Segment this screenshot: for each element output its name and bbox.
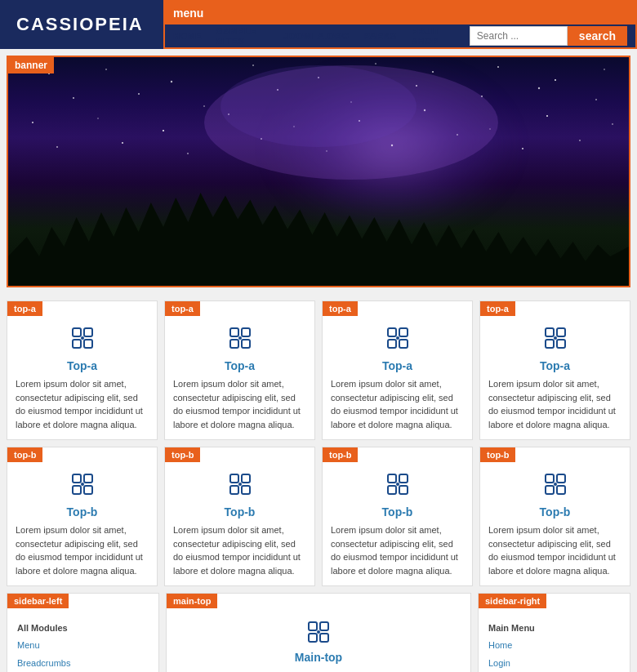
top-a-card-4: top-a Top-a Lorem ipsum dolor sit amet, … <box>479 300 630 440</box>
svg-rect-47 <box>230 340 238 348</box>
top-a-row: top-a Top-a Lorem ipsum dolor sit amet, … <box>7 300 630 440</box>
bottom-row: sidebar-left All Modules Menu Breadcrumb… <box>7 593 630 672</box>
sidebar-right-link-home[interactable]: Home <box>488 636 620 654</box>
svg-rect-63 <box>84 486 92 494</box>
top-a-card-3: top-a Top-a Lorem ipsum dolor sit amet, … <box>322 300 473 440</box>
svg-rect-46 <box>242 328 250 336</box>
search-input[interactable] <box>470 26 568 46</box>
svg-point-12 <box>203 105 204 106</box>
top-a-title-2: Top-a <box>165 359 314 377</box>
svg-point-79 <box>554 483 557 486</box>
top-b-card-2: top-b Top-b Lorem ipsum dolor sit amet, … <box>164 447 315 586</box>
svg-point-18 <box>595 99 597 100</box>
svg-point-44 <box>81 336 84 340</box>
svg-rect-77 <box>546 486 554 494</box>
sidebar-left-links: All Modules Menu Breadcrumbs Content Mod… <box>7 616 158 672</box>
top-a-tag-1: top-a <box>7 301 42 316</box>
svg-rect-48 <box>242 340 250 348</box>
header: CASSIOPEIA menu HOME SAMPLE SITES JOOMLA… <box>0 0 637 49</box>
svg-rect-45 <box>230 328 238 336</box>
banner-section: banner <box>7 56 630 287</box>
svg-rect-50 <box>388 328 396 336</box>
svg-point-59 <box>554 336 557 340</box>
top-b-card-4: top-b Top-b Lorem ipsum dolor sit amet, … <box>479 447 630 586</box>
logo-area: CASSIOPEIA <box>0 0 163 49</box>
svg-rect-65 <box>230 474 238 483</box>
nav-sample-sites[interactable]: SAMPLE SITES <box>216 26 269 46</box>
top-b-text-1: Lorem ipsum dolor sit amet, consectetur … <box>7 523 157 585</box>
sidebar-right-link-login[interactable]: Login <box>488 654 620 672</box>
top-a-tag-3: top-a <box>323 301 358 316</box>
sidebar-right-card: sidebar-right Main Menu Home Login Sampl… <box>478 593 630 672</box>
top-a-title-3: Top-a <box>323 359 472 377</box>
top-b-tag-2: top-b <box>165 447 200 462</box>
svg-point-7 <box>497 66 499 68</box>
svg-point-36 <box>522 148 523 149</box>
svg-rect-61 <box>84 474 92 483</box>
top-a-card-1: top-a Top-a Lorem ipsum dolor sit amet, … <box>7 300 158 440</box>
top-a-title-1: Top-a <box>7 359 157 377</box>
top-b-tag-4: top-b <box>480 447 515 462</box>
svg-rect-57 <box>546 340 554 348</box>
svg-rect-52 <box>388 340 396 348</box>
site-logo: CASSIOPEIA <box>16 14 144 35</box>
svg-point-8 <box>555 79 556 81</box>
main-top-tag: main-top <box>167 594 217 608</box>
main-menu-label: Main Menu <box>488 623 620 633</box>
top-b-text-3: Lorem ipsum dolor sit amet, consectetur … <box>323 523 472 585</box>
svg-rect-75 <box>546 474 554 483</box>
svg-point-19 <box>32 122 33 123</box>
svg-rect-67 <box>230 486 238 494</box>
svg-rect-41 <box>84 328 92 336</box>
svg-rect-43 <box>84 340 92 348</box>
svg-point-20 <box>97 118 98 118</box>
nav-parks[interactable]: PARKS <box>364 31 397 41</box>
nav-home[interactable]: HOME <box>173 31 202 41</box>
svg-rect-56 <box>557 328 565 336</box>
top-a-text-4: Lorem ipsum dolor sit amet, consectetur … <box>480 377 630 439</box>
svg-rect-66 <box>242 474 250 483</box>
svg-point-37 <box>579 140 581 141</box>
svg-rect-68 <box>242 486 250 494</box>
search-area: search <box>470 26 627 46</box>
sidebar-left-card: sidebar-left All Modules Menu Breadcrumb… <box>7 593 159 672</box>
nav-area: menu HOME SAMPLE SITES JOOMLA.ORG PARKS … <box>163 0 637 49</box>
svg-rect-81 <box>320 622 328 630</box>
svg-point-74 <box>396 483 399 486</box>
svg-rect-80 <box>309 622 317 630</box>
search-button[interactable]: search <box>568 26 627 46</box>
svg-point-49 <box>238 336 242 340</box>
top-a-text-3: Lorem ipsum dolor sit amet, consectetur … <box>323 377 472 439</box>
svg-rect-76 <box>557 474 565 483</box>
svg-point-11 <box>138 93 140 95</box>
svg-point-2 <box>171 81 172 82</box>
banner-image <box>8 57 629 286</box>
top-a-title-4: Top-a <box>480 359 630 377</box>
svg-point-1 <box>105 69 107 70</box>
main-top-title: Main-top <box>167 648 470 669</box>
svg-rect-62 <box>73 486 81 494</box>
svg-point-9 <box>604 69 605 70</box>
top-b-title-1: Top-b <box>7 505 157 523</box>
top-b-text-2: Lorem ipsum dolor sit amet, consectetur … <box>165 523 314 585</box>
top-b-title-2: Top-b <box>165 505 314 523</box>
svg-rect-82 <box>309 634 317 642</box>
svg-point-39 <box>220 65 416 147</box>
svg-point-69 <box>238 483 242 486</box>
svg-point-27 <box>546 115 548 117</box>
svg-point-21 <box>163 130 164 131</box>
nav-fruit-shop[interactable]: FRUIT SHOP <box>412 26 455 46</box>
top-b-card-1: top-b Top-b Lorem ipsum dolor sit amet, … <box>7 447 158 586</box>
top-a-card-2: top-a Top-a Lorem ipsum dolor sit amet, … <box>164 300 315 440</box>
svg-rect-70 <box>388 474 396 483</box>
svg-point-6 <box>432 71 434 73</box>
svg-point-54 <box>396 336 399 340</box>
sidebar-link-menu[interactable]: Menu <box>17 636 149 654</box>
svg-point-84 <box>317 630 320 634</box>
sidebar-link-breadcrumbs[interactable]: Breadcrumbs <box>17 654 149 672</box>
nav-joomla[interactable]: JOOMLA.ORG <box>283 31 349 41</box>
sidebar-left-tag: sidebar-left <box>7 594 69 608</box>
menu-bar: menu <box>165 2 635 24</box>
main-top-card: main-top Main-top Lorem ipsum dolor sit … <box>166 593 471 672</box>
top-b-row: top-b Top-b Lorem ipsum dolor sit amet, … <box>7 447 630 586</box>
